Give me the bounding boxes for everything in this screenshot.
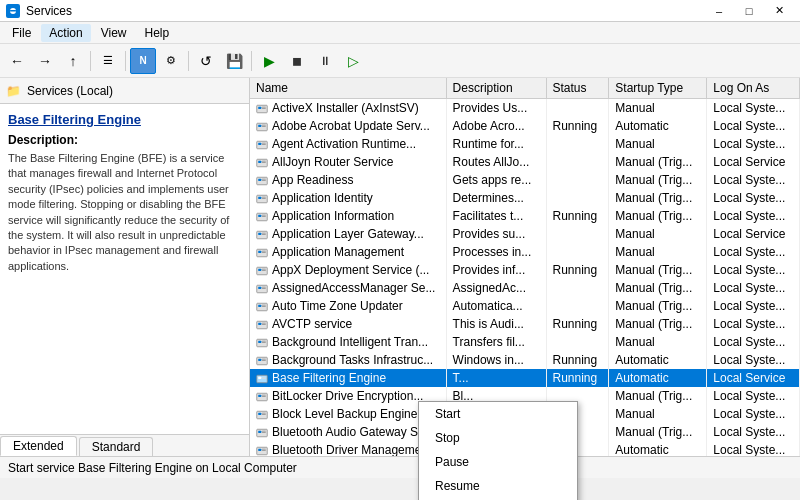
- startup-cell: Manual: [609, 135, 707, 153]
- col-name[interactable]: Name: [250, 78, 446, 99]
- service-icon: [256, 245, 268, 259]
- service-name-header[interactable]: Base Filtering Engine: [8, 112, 241, 127]
- toolbar-separator-3: [188, 51, 189, 71]
- description-cell: Facilitates t...: [446, 207, 546, 225]
- logon-cell: Local Syste...: [707, 207, 800, 225]
- startup-cell: Manual: [609, 225, 707, 243]
- table-row[interactable]: AppX Deployment Service (...Provides inf…: [250, 261, 800, 279]
- service-name-cell: AssignedAccessManager Se...: [250, 279, 446, 297]
- svg-rect-26: [257, 213, 268, 221]
- context-menu-item-resume[interactable]: Resume: [419, 474, 577, 498]
- svg-rect-23: [258, 197, 261, 199]
- col-description[interactable]: Description: [446, 78, 546, 99]
- table-row[interactable]: Background Intelligent Tran...Transfers …: [250, 333, 800, 351]
- start-service-button[interactable]: ▶: [256, 48, 282, 74]
- service-name-cell: BitLocker Drive Encryption...: [250, 387, 446, 405]
- startup-cell: Manual (Trig...: [609, 423, 707, 441]
- table-row[interactable]: AssignedAccessManager Se...AssignedAc...…: [250, 279, 800, 297]
- svg-rect-56: [262, 341, 266, 342]
- service-icon: [256, 389, 268, 403]
- description-cell: Automatica...: [446, 297, 546, 315]
- svg-rect-31: [258, 233, 261, 235]
- service-icon: [256, 425, 268, 439]
- svg-rect-51: [258, 323, 261, 325]
- stop-service-button[interactable]: ◼: [284, 48, 310, 74]
- service-name-cell: Application Information: [250, 207, 446, 225]
- service-icon: [256, 335, 268, 349]
- service-icon: [256, 137, 268, 151]
- svg-rect-42: [257, 285, 268, 293]
- menu-action[interactable]: Action: [41, 24, 90, 42]
- table-row[interactable]: Background Tasks Infrastruc...Windows in…: [250, 351, 800, 369]
- service-icon: [256, 317, 268, 331]
- table-row[interactable]: Application ManagementProcesses in...Man…: [250, 243, 800, 261]
- context-menu-item-stop[interactable]: Stop: [419, 426, 577, 450]
- col-status[interactable]: Status: [546, 78, 609, 99]
- menu-file[interactable]: File: [4, 24, 39, 42]
- svg-rect-53: [262, 324, 266, 325]
- show-hide-button[interactable]: ☰: [95, 48, 121, 74]
- logon-cell: Local Syste...: [707, 315, 800, 333]
- description-cell: Transfers fil...: [446, 333, 546, 351]
- svg-rect-25: [262, 198, 266, 199]
- svg-rect-22: [257, 195, 268, 203]
- startup-cell: Manual (Trig...: [609, 207, 707, 225]
- menu-help[interactable]: Help: [137, 24, 178, 42]
- export-button[interactable]: 💾: [221, 48, 247, 74]
- back-button[interactable]: ←: [4, 48, 30, 74]
- new-button[interactable]: N: [130, 48, 156, 74]
- service-name-cell: Application Management: [250, 243, 446, 261]
- table-row[interactable]: AVCTP serviceThis is Audi...RunningManua…: [250, 315, 800, 333]
- context-menu-item-pause[interactable]: Pause: [419, 450, 577, 474]
- tab-standard[interactable]: Standard: [79, 437, 154, 456]
- properties-button[interactable]: ⚙: [158, 48, 184, 74]
- service-name-cell: Agent Activation Runtime...: [250, 135, 446, 153]
- description-label: Description:: [8, 133, 241, 147]
- forward-button[interactable]: →: [32, 48, 58, 74]
- service-name-cell: AppX Deployment Service (...: [250, 261, 446, 279]
- service-name-cell: AllJoyn Router Service: [250, 153, 446, 171]
- svg-rect-52: [262, 323, 266, 324]
- description-cell: Provides Us...: [446, 99, 546, 118]
- table-row[interactable]: Application IdentityDetermines...Manual …: [250, 189, 800, 207]
- table-row[interactable]: AllJoyn Router ServiceRoutes AllJo...Man…: [250, 153, 800, 171]
- logon-cell: Local Syste...: [707, 171, 800, 189]
- description-cell: Routes AllJo...: [446, 153, 546, 171]
- svg-rect-7: [258, 125, 261, 127]
- table-row[interactable]: App ReadinessGets apps re...Manual (Trig…: [250, 171, 800, 189]
- svg-rect-41: [262, 270, 266, 271]
- refresh-button[interactable]: ↺: [193, 48, 219, 74]
- svg-rect-54: [257, 339, 268, 347]
- table-row[interactable]: Base Filtering EngineT...RunningAutomati…: [250, 369, 800, 387]
- table-row[interactable]: Application Layer Gateway...Provides su.…: [250, 225, 800, 243]
- startup-cell: Manual (Trig...: [609, 189, 707, 207]
- logon-cell: Local Syste...: [707, 351, 800, 369]
- description-cell: This is Audi...: [446, 315, 546, 333]
- svg-rect-59: [258, 359, 261, 361]
- logon-cell: Local Syste...: [707, 117, 800, 135]
- status-cell: Running: [546, 117, 609, 135]
- table-row[interactable]: Auto Time Zone UpdaterAutomatica...Manua…: [250, 297, 800, 315]
- close-button[interactable]: ✕: [764, 0, 794, 22]
- minimize-button[interactable]: –: [704, 0, 734, 22]
- context-menu-item-start[interactable]: Start: [419, 402, 577, 426]
- status-cell: [546, 225, 609, 243]
- table-row[interactable]: Application InformationFacilitates t...R…: [250, 207, 800, 225]
- service-name-cell: Block Level Backup Engine...: [250, 405, 446, 423]
- resume-service-button[interactable]: ▷: [340, 48, 366, 74]
- tab-extended[interactable]: Extended: [0, 436, 77, 456]
- startup-cell: Manual (Trig...: [609, 315, 707, 333]
- table-row[interactable]: Agent Activation Runtime...Runtime for..…: [250, 135, 800, 153]
- maximize-button[interactable]: □: [734, 0, 764, 22]
- col-logon[interactable]: Log On As: [707, 78, 800, 99]
- svg-rect-29: [262, 216, 266, 217]
- col-startup[interactable]: Startup Type: [609, 78, 707, 99]
- service-icon: [256, 371, 268, 385]
- table-row[interactable]: ActiveX Installer (AxInstSV)Provides Us.…: [250, 99, 800, 118]
- up-button[interactable]: ↑: [60, 48, 86, 74]
- description-cell: Processes in...: [446, 243, 546, 261]
- pause-service-button[interactable]: ⏸: [312, 48, 338, 74]
- right-panel: Name Description Status Startup Type Log…: [250, 78, 800, 456]
- menu-view[interactable]: View: [93, 24, 135, 42]
- table-row[interactable]: Adobe Acrobat Update Serv...Adobe Acro..…: [250, 117, 800, 135]
